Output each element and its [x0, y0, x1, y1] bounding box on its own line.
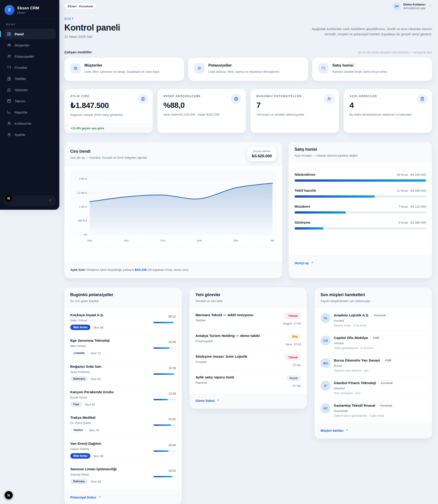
module-card-musteriler[interactable]: Müşteriler Liste, filtre, çekmece ve det… — [64, 58, 184, 81]
module-title: Müşteriler — [84, 63, 160, 67]
lead-meta: 09:12 — [153, 313, 176, 330]
lead-source-pill: Fuar — [70, 402, 82, 407]
lead-score-fill — [153, 424, 171, 426]
sidebar-item-ayarlar[interactable]: Ayarlar — [4, 129, 56, 140]
user-email: demo@eksen.app — [403, 7, 426, 10]
app-name: Eksen CRM — [17, 6, 39, 10]
task-due-date: 21 Nis — [286, 384, 301, 388]
task-title: Aylık satış raporu özeti — [196, 375, 234, 379]
lead-score-track — [153, 322, 176, 323]
user-menu[interactable]: DK Demo Kullanıcı demo@eksen.app — [393, 2, 432, 10]
leads-subtitle: En son gelen kayıtlar — [70, 299, 176, 303]
lead-row[interactable]: Koçkaya İnşaat A.Ş.Selin YılmazWeb formu… — [70, 309, 176, 334]
sidebar-item-teklifler[interactable]: Teklifler — [4, 74, 56, 84]
funnel-stage: Sözleşme4 fırsat · ₺2.980.000 — [295, 220, 426, 230]
sidebar-item-raporlar[interactable]: Raporlar — [4, 107, 56, 117]
main-content: Eksen · Kurumsal DK Demo Kullanıcı demo@… — [59, 0, 438, 504]
user-name: Demo Kullanıcı — [403, 3, 426, 6]
customer-row[interactable]: İFİstanbul Finans TeknolojiKurumsalİstan… — [320, 377, 426, 399]
lead-person: Hakan Öztürk — [70, 447, 103, 451]
page-eyebrow: ÖZET — [64, 17, 120, 21]
sidebar-item-kullanicilar[interactable]: Kullanıcılar — [4, 118, 56, 129]
lead-row[interactable]: Van Enerji DağıtımHakan ÖztürkWeb formuS… — [70, 437, 176, 463]
lead-row[interactable]: Boğaziçi Gıda San.Ayşe KorkmazReferansSk… — [70, 360, 176, 386]
lead-score-label: Skor 72 — [91, 351, 101, 355]
leads-list-link-label: Potansiyel listesi — [70, 495, 96, 499]
sidebar-item-label: Raporlar — [15, 110, 28, 114]
sidebar-item-potansiyeller[interactable]: Potansiyeller — [4, 51, 56, 62]
module-card-satis-hunisi[interactable]: Satış hunisi Kanban sürükle-bırak; demo … — [312, 58, 432, 81]
sidebar-collapse-button[interactable]: N — [3, 196, 56, 206]
nextjs-dev-badge[interactable]: N — [5, 194, 13, 202]
task-category: Teklifler — [196, 319, 253, 322]
task-row[interactable]: Marmara Tekstil — teklif revizyonuTeklif… — [196, 309, 301, 330]
sidebar-item-firsatlar[interactable]: Fırsatlar — [4, 62, 56, 73]
lead-score-track — [153, 451, 176, 452]
sidebar-item-gorevler[interactable]: Görevler — [4, 84, 56, 95]
lead-source-pill: Referans — [70, 479, 88, 484]
lead-company: Koçkaya İnşaat A.Ş. — [70, 313, 104, 317]
open-funnel-link[interactable]: Huniyi aç — [295, 261, 313, 265]
lead-source-pill: Web formu — [70, 453, 90, 459]
task-row[interactable]: Sözleşme imzası: İzmir LojistikFırsatlar… — [196, 350, 301, 371]
customer-info: Bursa Otomotiv Yan SanayiKOBİBursaToplan… — [334, 358, 394, 372]
lead-time: 11:03 — [153, 366, 176, 370]
leads-list-link[interactable]: Potansiyel listesi — [70, 495, 101, 499]
customer-row[interactable]: ALAnadolu Lojistik A.Ş.KurumsalKocaeliSi… — [320, 309, 426, 331]
lead-company: Boğaziçi Gıda San. — [70, 365, 102, 368]
funnel-stage: Müzakere7 fırsat · ₺5.120.000 — [295, 204, 426, 214]
sidebar-item-label: Potansiyeller — [15, 54, 34, 58]
lead-score-fill — [153, 451, 169, 452]
sidebar-item-panel[interactable]: Panel — [4, 29, 56, 39]
kpi-card-hedef: HEDEF GERÇEKLEŞME %88,0 Aylık hedef ₺2.1… — [157, 89, 246, 133]
module-card-potansiyeller[interactable]: Potansiyeller Lead tablosu, filtre, atam… — [188, 58, 308, 81]
sidebar-nav: PanelMüşterilerPotansiyellerFırsatlarTek… — [3, 29, 56, 140]
revenue-title: Ciro trendi — [70, 149, 147, 154]
lead-row[interactable]: Ege Savunma TeknolojiMert ArslanLinkedIn… — [70, 334, 176, 360]
customer-cards-link[interactable]: Müşteri kartları — [320, 429, 348, 432]
task-row[interactable]: Aylık satış raporu özetiRaporlarDüşük21 … — [196, 371, 301, 392]
customer-avatar: İF — [320, 381, 330, 391]
lead-row[interactable]: Kanyon Perakende GrubuBurak DemirFuarSko… — [70, 386, 176, 411]
kpi-card-aylik-ciro: AYLIK CİRO ₺1.847.500 Kapanan satışlar (… — [64, 89, 153, 133]
task-list-link[interactable]: Görev listesi — [196, 399, 219, 403]
kpi-value: %88,0 — [163, 101, 240, 110]
customer-row[interactable]: COCapitol Ofis MobilyaKOBİAnkaraTeklif g… — [320, 331, 426, 354]
kpi-label: AYLIK CİRO — [70, 94, 147, 98]
kpi-desc: Kapanan satışlar (KDV hariç gösterim) — [70, 113, 147, 117]
customer-city: İstanbul — [334, 387, 395, 390]
kpi-trend: +12,4% geçen aya göre — [64, 123, 153, 133]
task-info: Aylık satış raporu özetiRaporlar — [196, 375, 234, 388]
customer-row[interactable]: BOBursa Otomotiv Yan SanayiKOBİBursaTopl… — [320, 354, 426, 377]
lead-row[interactable]: Trakya MedikalDr. Emre ŞahinTelefonSkor … — [70, 411, 176, 437]
chevron-left-icon — [48, 199, 52, 203]
lead-score-label: Skor 88 — [93, 326, 103, 329]
lead-person: Ayşe Korkmaz — [70, 370, 102, 374]
top-bar: Eksen · Kurumsal DK Demo Kullanıcı demo@… — [59, 0, 438, 13]
menu-section-label: MENÜ — [3, 19, 56, 28]
open-funnel-link-label: Huniyi aç — [295, 261, 309, 265]
customer-row[interactable]: GTGaziantep Tekstil İhracatKurumsalGazia… — [320, 399, 426, 421]
customer-name: Bursa Otomotiv Yan Sanayi — [334, 358, 380, 362]
sidebar-item-takvim[interactable]: Takvim — [4, 96, 56, 106]
customer-name-row: İstanbul Finans TeknolojiKurumsal — [334, 381, 395, 385]
task-row[interactable]: Antalya Turizm Holding — demo takibiPota… — [196, 330, 301, 350]
sidebar-item-musteriler[interactable]: Müşteriler — [4, 40, 56, 50]
page-intro: Aşağıdaki kartlardan canlı modüllere geç… — [300, 26, 432, 39]
lead-row[interactable]: Samsun Liman İşletmeciliğiZeynep AktaşRe… — [70, 463, 176, 488]
task-priority-badge: Orta — [289, 334, 301, 340]
customer-city: Bursa — [334, 364, 394, 368]
arrow-up-right-icon — [98, 495, 101, 499]
lead-score-fill — [153, 476, 172, 477]
customer-name-row: Bursa Otomotiv Yan SanayiKOBİ — [334, 358, 394, 363]
nextjs-dev-badge-floating[interactable]: N — [5, 491, 13, 499]
lead-person: Burak Demir — [70, 396, 114, 399]
customer-activity: Toplantı notu eklendi · dün — [334, 369, 394, 372]
lead-badges: TelefonSkor 79 — [70, 427, 99, 433]
lead-score-track — [153, 476, 176, 477]
lead-badges: ReferansSkor 91 — [70, 376, 102, 382]
module-desc: Lead tablosu, filtre, atama ve müşteriye… — [208, 70, 280, 74]
customer-segment-tag: Kurumsal — [378, 403, 395, 408]
module-title: Satış hunisi — [332, 63, 388, 67]
lead-badges: FuarSkor 65 — [70, 402, 114, 407]
